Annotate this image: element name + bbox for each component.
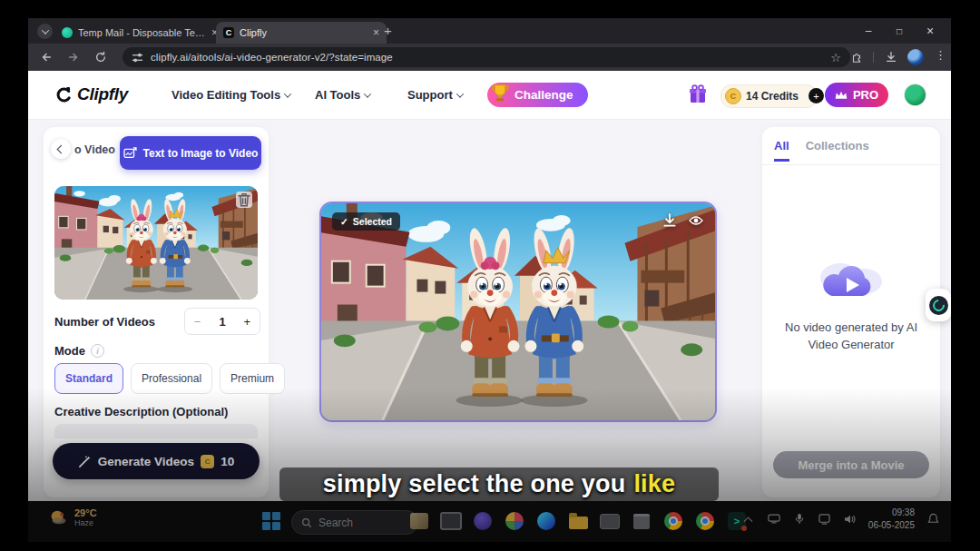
purple-app-icon [474,512,492,530]
taskbar-clock[interactable]: 09:38 06-05-2025 [868,507,915,531]
preview-eye-icon[interactable] [688,212,704,229]
nav-video-editing-tools[interactable]: Video Editing Tools [172,88,290,102]
browser-tabstrip: Temp Mail - Disposable Tempo × C Clipfly… [28,18,951,44]
check-icon: ✓ [340,216,348,227]
tab-title: Temp Mail - Disposable Tempo [78,27,206,38]
merge-into-movie-button[interactable]: Merge into a Movie [773,451,929,478]
weather-temp: 29°C [74,507,97,518]
video-count-stepper[interactable]: − 1 + [184,308,260,335]
folder-icon [569,517,588,529]
nav-ai-tools[interactable]: AI Tools [315,88,370,102]
app-toolbox[interactable] [630,509,653,533]
mode-professional[interactable]: Professional [131,363,212,394]
forward-button[interactable] [64,48,83,66]
mode-standard[interactable]: Standard [54,363,123,394]
coin-icon: C [725,88,741,104]
generated-image-selected[interactable]: ✓ Selected [319,202,717,422]
windows-logo-icon [272,522,280,530]
device-icon[interactable] [767,512,781,526]
volume-icon[interactable] [843,512,858,526]
site-settings-icon[interactable] [132,52,143,64]
results-tabs: All Collections [774,139,869,162]
app-photos[interactable] [503,509,526,533]
task-view-icon [410,513,428,529]
browser-menu-icon[interactable]: ⋮ [935,48,946,62]
display-icon[interactable] [818,512,832,526]
user-avatar[interactable] [905,84,926,105]
stepper-decrease-button[interactable]: − [185,315,210,329]
search-icon [301,517,312,528]
tab-close-icon[interactable]: × [373,27,379,38]
stepper-increase-button[interactable]: + [235,315,260,329]
nav-support[interactable]: Support [407,88,463,102]
image-arrow-icon [123,147,137,159]
delete-image-icon[interactable] [236,192,252,208]
challenge-button[interactable]: Challenge [487,83,588,107]
system-tray: 09:38 06-05-2025 [741,507,940,531]
tab-collections[interactable]: Collections [806,139,869,159]
image-to-video-tab[interactable]: o Video [74,143,115,156]
tabs-divider [762,164,940,165]
generation-settings-panel: o Video Text to Image to Video Number o [44,127,269,497]
extensions-puzzle-icon[interactable] [848,48,866,66]
tab-search-menu-button[interactable] [37,24,53,39]
browser-extension-side-widget[interactable] [926,289,951,321]
cloud-video-icon [817,254,886,307]
app-file-explorer[interactable] [566,509,590,533]
app-purple[interactable] [471,509,495,533]
rabbits-scene-image [321,203,715,420]
weather-widget[interactable]: 29°C Haze [48,507,97,527]
url-text[interactable]: clipfly.ai/aitools/ai-video-generator-v2… [151,52,823,63]
app-chrome-2[interactable] [693,509,717,533]
tray-overflow-chevron[interactable] [741,512,756,526]
app-edge[interactable] [534,509,558,533]
notification-bell-icon[interactable] [926,512,940,526]
generate-videos-button[interactable]: Generate Videos C 10 [53,443,260,479]
microphone-icon[interactable] [792,512,807,526]
mode-premium[interactable]: Premium [220,363,285,394]
app-window[interactable] [439,509,463,533]
add-credits-button[interactable]: + [808,88,824,103]
window-maximize-button[interactable]: □ [886,18,913,44]
window-close-button[interactable]: × [916,18,944,44]
windows-logo-icon [272,512,280,520]
video-caption: simply select the one you like [279,467,719,501]
new-tab-button[interactable]: + [384,24,392,37]
browser-toolbar: clipfly.ai/aitools/ai-video-generator-v2… [28,44,951,71]
tab-title: Clipfly [240,27,368,38]
gift-icon[interactable] [687,84,709,105]
browser-profile-avatar[interactable] [907,49,924,65]
downloads-icon[interactable] [882,48,900,66]
tab-clipfly[interactable]: C Clipfly × [216,22,387,44]
logo-text: Clipfly [77,84,128,104]
clipfly-logo-icon [55,86,73,103]
address-bar[interactable]: clipfly.ai/aitools/ai-video-generator-v2… [122,47,850,67]
window-minimize-button[interactable]: – [855,18,882,44]
tab-temp-mail[interactable]: Temp Mail - Disposable Tempo × [54,22,225,44]
source-image-thumbnail[interactable] [54,186,258,300]
bookmark-star-icon[interactable]: ☆ [830,51,841,64]
download-image-icon[interactable] [662,212,678,229]
tab-all[interactable]: All [774,139,789,162]
clipfly-favicon-icon: C [223,27,234,38]
text-to-image-to-video-tab[interactable]: Text to Image to Video [120,136,261,170]
app-chrome-1[interactable] [662,509,685,533]
empty-line-1: No video generated by AI [785,320,917,334]
taskbar-search[interactable]: Search [291,510,418,535]
back-button-circle[interactable] [51,139,71,159]
clipfly-logo[interactable]: Clipfly [55,84,128,104]
mode-label: Mode [54,344,85,358]
start-button[interactable] [262,512,280,530]
info-icon[interactable]: i [91,344,104,358]
app-gray[interactable] [598,509,622,533]
generate-cost: 10 [220,455,234,468]
reload-button[interactable] [92,48,110,66]
app-task-view[interactable] [407,509,431,533]
crown-icon [835,90,848,100]
selected-label: Selected [353,216,392,227]
description-textarea[interactable] [54,424,258,438]
back-button[interactable] [37,48,55,66]
credits-pill[interactable]: C 14 Credits + [720,84,818,108]
challenge-label: Challenge [514,88,573,102]
pro-button[interactable]: PRO [825,83,888,107]
